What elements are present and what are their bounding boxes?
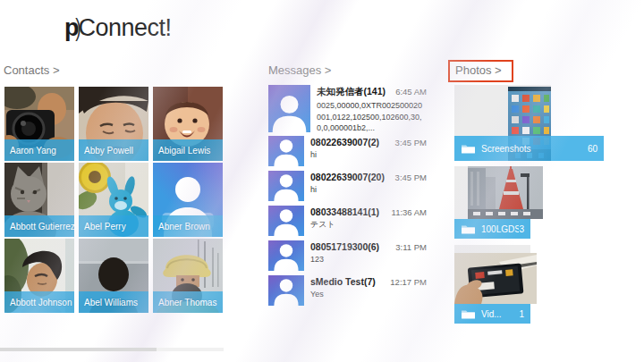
app-window: p)Connect! Contacts > Messages > Photos …	[0, 0, 644, 362]
message-sender: 08033488141(1)	[310, 206, 379, 217]
photo-tile-screenshots[interactable]: Screenshots 60	[454, 85, 604, 161]
message-preview: 123	[310, 254, 427, 265]
contact-name-label: Abbott Gutierrez	[4, 215, 74, 237]
contacts-header[interactable]: Contacts >	[4, 63, 60, 77]
horizontal-scrollbar-thumb[interactable]	[0, 348, 157, 351]
person-avatar-icon	[268, 240, 304, 271]
message-time: 3:45 PM	[395, 173, 427, 182]
folder-icon	[461, 143, 476, 154]
app-logo: p)Connect!	[64, 14, 172, 42]
message-item[interactable]: 08022639007(20) 3:45 PM hi	[268, 171, 427, 201]
contact-name-label: Abby Powell	[79, 139, 148, 161]
contact-name-label: Abner Thomas	[153, 291, 223, 313]
person-avatar-icon	[268, 136, 304, 166]
contact-tile-abby-powell[interactable]: Abby Powell	[79, 87, 148, 161]
contact-tile-abel-perry[interactable]: Abel Perry	[79, 163, 148, 237]
contact-name-label: Abbott Johnson	[4, 291, 74, 313]
message-sender: 未知発信者(141)	[317, 86, 386, 98]
person-avatar-icon	[268, 85, 310, 132]
photo-thumb-tokyo-tower	[468, 166, 543, 219]
message-preview: Yes	[310, 289, 427, 300]
message-preview: テスト	[310, 219, 427, 231]
photo-folder-name: Screenshots	[481, 144, 588, 154]
message-preview: 0025,00000,0XTR002500020001,0122,102500,…	[317, 100, 427, 134]
photo-count-badge: 60	[588, 144, 597, 154]
person-avatar-icon	[268, 275, 304, 306]
contacts-grid: Aaron Yang Abby Powell	[4, 87, 223, 313]
message-item[interactable]: sMedio Test(7) 12:17 PM Yes	[268, 275, 427, 306]
logo-arc-icon: )	[75, 14, 80, 42]
photo-count-badge: 1	[519, 309, 524, 319]
contact-tile-abner-thomas[interactable]: Abner Thomas	[153, 239, 223, 313]
contact-tile-abbott-gutierrez[interactable]: Abbott Gutierrez	[4, 163, 74, 237]
messages-header[interactable]: Messages >	[268, 63, 331, 77]
contact-tile-abner-brown[interactable]: Abner Brown	[153, 163, 223, 237]
message-time: 3:45 PM	[395, 138, 427, 147]
contact-name-label: Aaron Yang	[4, 139, 74, 161]
photo-folder-name: Vid...	[481, 309, 519, 319]
contact-name-label: Abigail Lewis	[153, 139, 223, 161]
message-item[interactable]: 08051719300(6) 3:11 PM 123	[268, 240, 427, 271]
person-avatar-icon	[268, 171, 304, 201]
contact-name-label: Abel Perry	[79, 215, 148, 237]
message-time: 6:45 AM	[395, 87, 427, 97]
messages-list: 未知発信者(141) 6:45 AM 0025,00000,0XTR002500…	[268, 85, 427, 310]
photo-tile-caption: 100LGDSC 3	[454, 219, 530, 239]
photo-tile-100lgdsc[interactable]: 100LGDSC 3	[454, 166, 530, 239]
photo-tile-caption: Vid... 1	[454, 304, 530, 324]
message-time: 12:17 PM	[390, 277, 427, 287]
message-preview: hi	[310, 149, 427, 161]
photo-tile-videos[interactable]: Vid... 1	[454, 245, 530, 324]
message-sender: 08051719300(6)	[310, 241, 379, 252]
photo-folder-name: 100LGDSC	[481, 224, 519, 234]
message-sender: 08022639007(20)	[310, 172, 385, 182]
message-sender: sMedio Test(7)	[310, 276, 376, 287]
contact-tile-abigail-lewis[interactable]: Abigail Lewis	[153, 87, 223, 161]
contact-tile-abel-williams[interactable]: Abel Williams	[79, 239, 148, 313]
person-avatar-icon	[268, 206, 304, 236]
photos-header-highlight: Photos >	[448, 60, 513, 82]
contact-tile-abbott-johnson[interactable]: Abbott Johnson	[4, 239, 74, 313]
message-item[interactable]: 未知発信者(141) 6:45 AM 0025,00000,0XTR002500…	[268, 85, 427, 132]
logo-text: Connect!	[79, 14, 172, 41]
message-item[interactable]: 08033488141(1) 11:36 AM テスト	[268, 206, 427, 236]
horizontal-scrollbar-track[interactable]	[0, 348, 224, 351]
message-time: 3:11 PM	[395, 242, 427, 252]
message-sender: 08022639007(2)	[310, 137, 379, 147]
message-item[interactable]: 08022639007(2) 3:45 PM hi	[268, 136, 427, 166]
message-time: 11:36 AM	[392, 207, 427, 217]
contact-name-label: Abel Williams	[79, 291, 148, 313]
folder-icon	[461, 308, 476, 319]
photos-header[interactable]: Photos >	[455, 63, 502, 77]
folder-icon	[461, 223, 476, 234]
photo-tile-caption: Screenshots 60	[454, 136, 604, 161]
photo-thumb-hand-tablet	[454, 253, 537, 304]
photo-count-badge: 3	[519, 224, 524, 234]
message-preview: hi	[310, 184, 427, 196]
contact-name-label: Abner Brown	[153, 215, 223, 237]
contact-tile-aaron-yang[interactable]: Aaron Yang	[4, 87, 74, 161]
